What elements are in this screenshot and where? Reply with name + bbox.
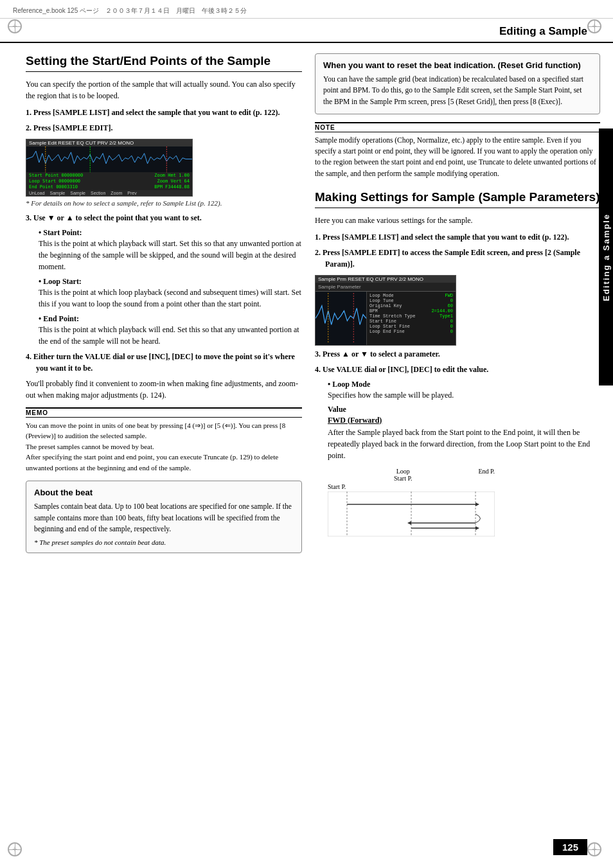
side-label: Editing a Sample [601,213,611,301]
section-title-start-end: Setting the Start/End Points of the Samp… [26,53,302,72]
screen-param-list: Loop ModeFWD Loop Tune0 Original Key60 B… [367,292,456,345]
fwd-label: FWD (Forward) [328,416,600,425]
memo-label: MEMO [26,407,302,418]
step-2: 2. Press [SAMPLE EDIT]. [26,122,302,134]
corner-decoration-br [587,842,605,860]
step-1: 1. Press [SAMPLE LIST] and select the sa… [26,107,302,118]
memo-box: MEMO You can move the point in units of … [26,407,302,474]
param-row-loop-mode: Loop ModeFWD [369,293,453,298]
step-3-num: 3. [26,213,33,222]
about-beat-text: Samples contain beat data. Up to 100 bea… [34,501,294,535]
screen-inner-title-text: Sample Parameter [318,284,361,290]
screen-param-area: Loop ModeFWD Loop Tune0 Original Key60 B… [315,292,456,345]
left-column: Setting the Start/End Points of the Samp… [26,53,302,561]
param-row-loop-tune: Loop Tune0 [369,298,453,303]
step-r2: 2. Press [SAMPLE EDIT] to access the Sam… [315,247,600,270]
loop-mode-text: Specifies how the sample will be played. [328,389,600,401]
title-bar: Editing a Sample [0,19,613,43]
screen-prm-bottom-bar: Sample List Prev View [315,345,456,346]
screen-mockup-sample-prm: Sample Prm RESET EQ CUT PRV 2/2 MONO Sam… [315,275,456,346]
screen-mini-wave [315,292,367,345]
step-r1: 1. Press [SAMPLE LIST] and select the sa… [315,231,600,243]
main-content: Setting the Start/End Points of the Samp… [0,43,613,571]
corner-decoration-tl [8,19,26,37]
sample-param-intro: Here you can make various settings for t… [315,215,600,226]
loop-diagram-container: LoopStart P. End P. Start P. [328,468,495,539]
screen-data-row-2: Loop Start 00000000Zoom Vert 64 [29,179,190,184]
page-number: 125 [553,839,587,855]
loop-mode-title: • Loop Mode [328,380,370,389]
sample-param-section: Making Settings for Sample (Sample Param… [315,190,600,539]
step-1-num: 1. [26,108,33,117]
note-label: NOTE [315,122,600,132]
loop-label-end: End P. [478,468,495,482]
step-r3-text: Press ▲ or ▼ to select a parameter. [323,350,440,359]
screen-data-row-1: Start Point 00000000Zoom Hmt 1.00 [29,173,190,178]
param-row-original-key: Original Key60 [369,303,453,308]
screen-wave-area [26,146,192,172]
mini-waveform-svg [315,292,366,345]
bullet-end-point-text: This is the point at which playback will… [39,324,302,347]
screen-data-area: Start Point 00000000Zoom Hmt 1.00 Loop S… [26,172,192,190]
step-r3: 3. Press ▲ or ▼ to select a parameter. [315,348,600,360]
step-r1-num: 1. [315,233,323,242]
param-row-loop-start-fine: Loop Start Fine0 [369,324,453,329]
bullet-end-point: • End Point: This is the point at which … [39,314,302,347]
loop-diagram-start-label: Start P. [328,483,495,490]
page-footer: 125 [553,839,587,855]
note-box: NOTE Sample modify operations (Chop, Nor… [315,122,600,179]
step-4: 4. Either turn the VALUE dial or use [IN… [26,351,302,374]
screen-top-bar-text: Sample Edit RESET EQ CUT PRV 2/2 MONO [29,140,134,146]
step-1-text: Press [SAMPLE LIST] and select the sampl… [33,108,280,117]
waveform-svg [26,146,192,172]
screen-prm-top-bar: Sample Prm RESET EQ CUT PRV 2/2 MONO [315,276,456,283]
corner-decoration-bl [8,842,26,860]
value-label: Value [328,405,600,414]
param-row-bpm: BPM2=144.00 [369,308,453,314]
intro-text: You can specify the portion of the sampl… [26,78,302,102]
step-4-num: 4. [26,352,33,361]
step-3: 3. Use ▼ or ▲ to select the point that y… [26,212,302,224]
screen-top-bar: Sample Edit RESET EQ CUT PRV 2/2 MONO [26,139,192,146]
memo-text-1: You can move the point in units of one b… [26,420,302,441]
reset-grid-text: You can have the sample grid (beat indic… [323,74,592,107]
loop-diagram-svg [328,492,495,536]
section-title-sample-param: Making Settings for Sample (Sample Param… [315,190,600,208]
param-row-start-fine: Start Fine0 [369,319,453,324]
screen-prm-top-bar-text: Sample Prm RESET EQ CUT PRV 2/2 MONO [318,276,423,282]
header: Reference_e.book 125 ページ ２００３年７月１４日 月曜日 … [0,0,613,19]
bullet-loop-start-title: • Loop Start: [39,277,82,286]
reset-grid-box: When you want to reset the beat indicati… [315,53,600,114]
step-r4: 4. Use VALUE dial or [INC], [DEC] to edi… [315,364,600,375]
about-beat-box: About the beat Samples contain beat data… [26,481,302,553]
param-row-time-stretch: Time Stretch TypeType1 [369,314,453,319]
step-r2-text: Press [SAMPLE EDIT] to access the Sample… [323,248,580,269]
loop-label-start: Start P. [328,483,346,490]
bullet-start-point-title: • Start Point: [39,228,82,237]
fwd-text: After the Sample played back from the St… [328,427,600,461]
memo-text-2: The preset samples cannot be moved by be… [26,441,302,452]
about-beat-title: About the beat [34,488,294,497]
screen-mockup-sample-edit: Sample Edit RESET EQ CUT PRV 2/2 MONO [26,139,193,197]
step-r3-num: 3. [315,350,323,359]
value-section: Value FWD (Forward) After the Sample pla… [328,405,600,461]
bullet-end-point-title: • End Point: [39,314,79,323]
screen-data-row-3: End Point 00003310BPM F34448.08 [29,184,190,190]
loop-label-loop-start: LoopStart P. [394,468,412,482]
memo-text-3: After specifying the start point and end… [26,452,302,473]
step-r4-num: 4. [315,365,323,374]
bullet-loop-start-text: This is the point at which loop playback… [39,287,302,310]
step-3-text: Use ▼ or ▲ to select the point that you … [33,213,202,222]
step-4-sub: You'll probably find it convenient to zo… [26,378,302,401]
header-meta: Reference_e.book 125 ページ ２００３年７月１４日 月曜日 … [13,7,247,14]
step-4-text: Either turn the VALUE dial or use [INC],… [33,352,295,373]
step-2-num: 2. [26,123,33,132]
side-label-container: Editing a Sample [599,128,613,385]
step-r4-text: Use VALUE dial or [INC], [DEC] to edit t… [323,365,488,374]
loop-mode-section: • Loop Mode Specifies how the sample wil… [328,379,600,401]
reset-grid-title: When you want to reset the beat indicati… [323,60,592,70]
note-text: Sample modify operations (Chop, Normaliz… [315,135,600,179]
about-beat-footnote: * The preset samples do not contain beat… [34,538,294,546]
bullet-start-point: • Start Point: This is the point at whic… [39,227,302,272]
param-row-loop-end-fine: Loop End Fine0 [369,329,453,334]
